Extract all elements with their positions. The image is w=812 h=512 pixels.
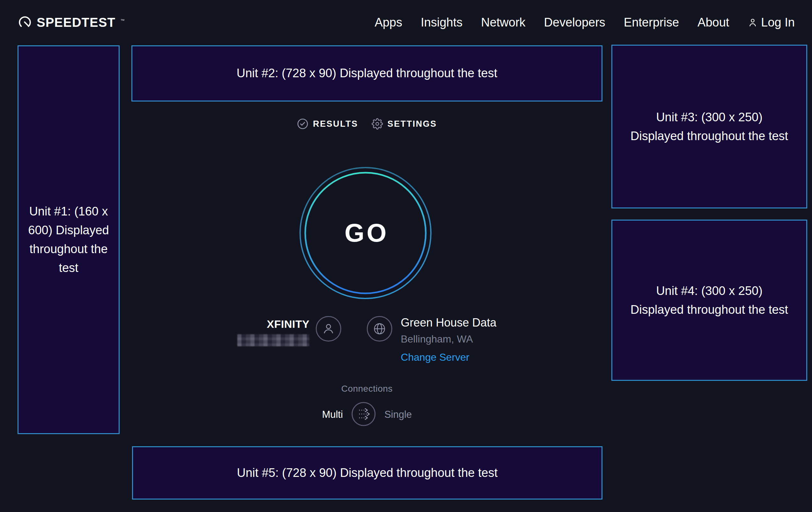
ad-unit-3: Unit #3: (300 x 250) Displayed throughou… (611, 45, 807, 209)
connections-label: Connections (341, 384, 393, 394)
main-nav: Apps Insights Network Developers Enterpr… (375, 16, 795, 29)
nav-item-developers[interactable]: Developers (544, 16, 605, 29)
tab-settings[interactable]: SETTINGS (372, 118, 437, 130)
change-server-link[interactable]: Change Server (401, 351, 469, 363)
ad-unit-2-text: Unit #2: (728 x 90) Displayed throughout… (235, 66, 498, 81)
login-label: Log In (761, 16, 795, 29)
go-label: GO (342, 218, 388, 248)
speedtest-gauge-icon (18, 15, 32, 30)
check-circle-icon (297, 118, 309, 130)
multi-connection-icon (351, 402, 376, 427)
person-icon (321, 322, 336, 336)
ad-unit-4-text: Unit #4: (300 x 250) Displayed throughou… (628, 281, 790, 319)
ad-unit-1-text: Unit #1: (160 x 600) Displayed throughou… (19, 202, 119, 277)
isp-avatar (316, 316, 341, 342)
logo[interactable]: SPEEDTEST ™ (18, 15, 125, 30)
tab-results-label: RESULTS (313, 119, 358, 129)
login-link[interactable]: Log In (748, 16, 795, 29)
ad-unit-5: Unit #5: (728 x 90) Displayed throughout… (132, 446, 603, 500)
tab-settings-label: SETTINGS (387, 119, 437, 129)
ad-unit-5-text: Unit #5: (728 x 90) Displayed throughout… (236, 466, 499, 480)
connections-option-single[interactable]: Single (384, 409, 412, 421)
isp-block: XFINITY (237, 318, 309, 346)
globe-icon (373, 322, 386, 336)
connections-toggle[interactable] (351, 402, 376, 428)
server-block: Green House Data Bellingham, WA Change S… (401, 316, 496, 363)
tabs-bar: RESULTS SETTINGS (132, 115, 603, 133)
nav-item-enterprise[interactable]: Enterprise (624, 16, 679, 29)
isp-server-row: XFINITY Green House Data Bellingham, WA … (132, 316, 603, 363)
ad-unit-2: Unit #2: (728 x 90) Displayed throughout… (132, 45, 603, 102)
speedtest-page: SPEEDTEST ™ Apps Insights Network Develo… (0, 0, 812, 512)
server-location: Bellingham, WA (401, 333, 473, 345)
nav-item-apps[interactable]: Apps (375, 16, 403, 29)
logo-trademark: ™ (121, 18, 125, 23)
isp-name: XFINITY (267, 318, 310, 330)
connections-section: Connections Multi Single (132, 384, 603, 428)
nav-item-about[interactable]: About (697, 16, 729, 29)
header: SPEEDTEST ™ Apps Insights Network Develo… (0, 0, 812, 45)
gear-icon (372, 118, 383, 130)
nav-item-insights[interactable]: Insights (421, 16, 462, 29)
ad-unit-4: Unit #4: (300 x 250) Displayed throughou… (611, 220, 807, 381)
logo-text: SPEEDTEST (37, 15, 115, 30)
connections-row: Multi Single (322, 402, 412, 428)
user-icon (748, 17, 758, 27)
nav-item-network[interactable]: Network (481, 16, 525, 29)
server-avatar (367, 316, 392, 342)
go-button[interactable]: GO (299, 167, 432, 299)
connections-option-multi[interactable]: Multi (322, 409, 343, 421)
ad-unit-3-text: Unit #3: (300 x 250) Displayed throughou… (628, 108, 790, 145)
ad-unit-1: Unit #1: (160 x 600) Displayed throughou… (18, 45, 120, 434)
isp-ip-redacted (237, 334, 309, 346)
server-name: Green House Data (401, 316, 496, 329)
tab-results[interactable]: RESULTS (297, 118, 358, 130)
